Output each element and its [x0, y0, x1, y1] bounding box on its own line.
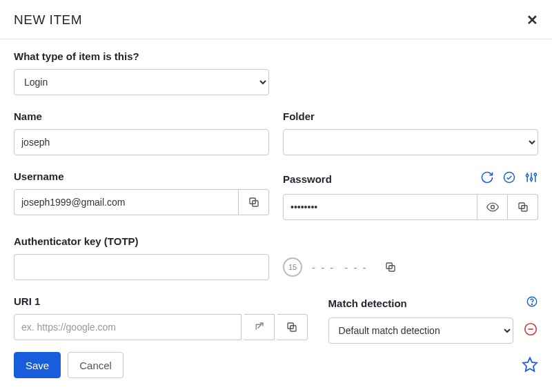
help-icon — [526, 295, 538, 308]
toggle-password-button[interactable] — [477, 194, 508, 220]
totp-timer: 15 — [283, 257, 302, 277]
modal-title: NEW ITEM — [14, 12, 82, 28]
totp-code-1: - - - — [312, 262, 335, 273]
name-label: Name — [14, 110, 269, 122]
minus-circle-icon — [523, 322, 538, 337]
name-input[interactable] — [14, 129, 269, 155]
modal-header: NEW ITEM ✕ — [0, 0, 552, 39]
check-password-button[interactable] — [502, 170, 516, 187]
svg-point-8 — [534, 173, 536, 175]
favorite-button[interactable] — [522, 356, 538, 375]
uri-input[interactable] — [14, 314, 241, 340]
svg-point-2 — [504, 173, 515, 183]
copy-username-button[interactable] — [239, 189, 269, 215]
copy-icon — [384, 261, 397, 273]
password-input[interactable] — [283, 194, 477, 220]
star-icon — [522, 356, 538, 373]
folder-label: Folder — [283, 110, 538, 122]
new-item-modal: NEW ITEM ✕ What type of item is this? Lo… — [0, 0, 552, 392]
totp-display: 15 - - - - - - — [283, 235, 538, 280]
svg-marker-20 — [523, 357, 537, 371]
copy-icon — [286, 321, 298, 333]
eye-icon — [486, 200, 500, 214]
password-settings-button[interactable] — [524, 170, 538, 187]
password-group: Password — [283, 170, 538, 220]
close-button[interactable]: ✕ — [526, 13, 538, 27]
username-label: Username — [14, 170, 269, 182]
totp-group: Authenticator key (TOTP) — [14, 235, 269, 280]
cancel-button[interactable]: Cancel — [68, 352, 124, 378]
copy-icon — [517, 201, 529, 213]
item-type-select[interactable]: Login — [14, 69, 269, 95]
refresh-icon — [480, 170, 494, 184]
password-label: Password — [283, 173, 332, 185]
uri-label: URI 1 — [14, 295, 308, 307]
svg-point-9 — [491, 206, 494, 209]
totp-input[interactable] — [14, 254, 269, 280]
totp-code-2: - - - — [344, 262, 367, 273]
match-detection-help-button[interactable] — [526, 295, 538, 311]
copy-icon — [248, 196, 260, 208]
check-circle-icon — [502, 170, 516, 184]
name-group: Name — [14, 110, 269, 155]
match-detection-label: Match detection — [328, 297, 407, 309]
launch-uri-button[interactable] — [244, 314, 275, 340]
copy-uri-button[interactable] — [277, 314, 308, 340]
svg-point-17 — [531, 304, 532, 304]
copy-totp-button[interactable] — [377, 254, 404, 280]
username-group: Username — [14, 170, 269, 220]
uri-group: URI 1 — [14, 295, 308, 340]
save-button[interactable]: Save — [14, 352, 61, 378]
match-detection-select[interactable]: Default match detection — [328, 317, 513, 344]
generate-password-button[interactable] — [480, 170, 494, 187]
match-detection-group: Match detection Default match detection — [328, 295, 538, 344]
sliders-icon — [524, 170, 538, 184]
username-input[interactable] — [14, 189, 239, 215]
svg-point-6 — [530, 178, 532, 180]
remove-uri-button[interactable] — [523, 322, 538, 340]
launch-icon — [253, 321, 265, 333]
folder-select[interactable] — [283, 129, 538, 155]
copy-password-button[interactable] — [508, 194, 538, 220]
folder-group: Folder — [283, 110, 538, 155]
modal-body: What type of item is this? Login Name Fo… — [0, 39, 552, 344]
item-type-label: What type of item is this? — [14, 50, 538, 62]
item-type-group: What type of item is this? Login — [14, 50, 538, 95]
totp-label: Authenticator key (TOTP) — [14, 235, 269, 247]
svg-point-4 — [526, 175, 529, 177]
modal-footer: Save Cancel — [0, 344, 552, 392]
